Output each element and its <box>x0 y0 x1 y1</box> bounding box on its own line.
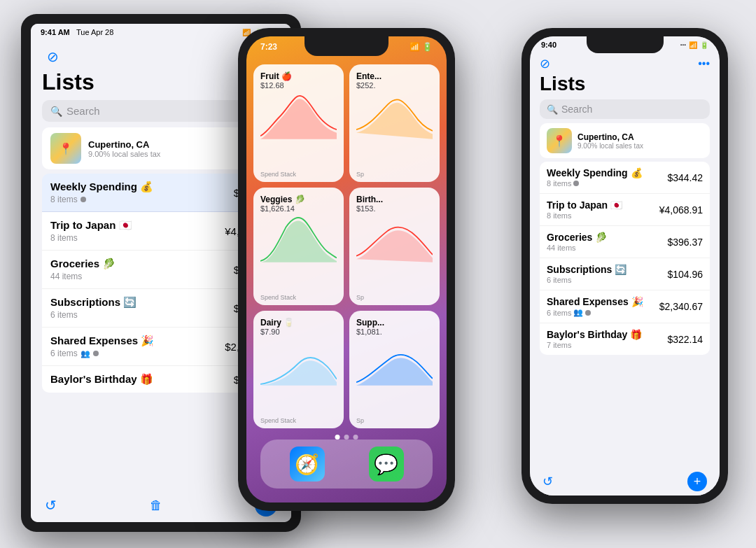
widget-dairy-title: Dairy 🥛 <box>260 318 337 328</box>
iphone-right-location-tax: 9.00% local sales tax <box>578 142 643 150</box>
page-dot-2 <box>344 435 349 440</box>
iphone-right-japan-amount: ¥4,068.91 <box>659 204 703 216</box>
ipad-location-map <box>50 133 81 164</box>
iphone-widget-grid: Fruit 🍎 $12.68 Spend Stack Ente... $252. <box>253 64 440 428</box>
widget-fruit-brand: Spend Stack <box>260 171 296 178</box>
iphone-center-device: 7:23 📶 🔋 Fruit 🍎 $12.68 Spend Stack <box>238 28 455 511</box>
iphone-right-location-name: Cupertino, CA <box>578 132 643 142</box>
iphone-right-shared-people: 👥 <box>573 308 583 317</box>
ipad-search-icon: 🔍 <box>50 106 62 117</box>
iphone-right-edit-icon[interactable]: ⊘ <box>540 56 550 71</box>
ipad-item-groceries-sub: 44 items <box>50 272 115 281</box>
iphone-right-list: Weekly Spending 💰 8 items $344.42 Trip t… <box>530 162 720 355</box>
iphone-right-more-icon[interactable]: ••• <box>698 57 710 70</box>
iphone-right-groceries-sub: 44 items <box>547 244 607 252</box>
iphone-right-bottom-bar: ↺ + <box>530 468 720 496</box>
iphone-right-japan-sub: 8 items <box>547 211 622 220</box>
ipad-item-shared-dot <box>93 351 99 356</box>
ipad-item-shared-name: Shared Expenses 🎉 <box>50 335 154 347</box>
ipad-item-sub-sub: 6 items <box>50 310 136 320</box>
widget-dairy-chart <box>260 339 337 388</box>
ipad-trash-icon[interactable]: 🗑 <box>150 498 162 513</box>
iphone-right-shared-sub: 6 items 👥 <box>547 308 643 317</box>
widget-fruit: Fruit 🍎 $12.68 Spend Stack <box>253 64 344 182</box>
ipad-location-tax: 9.00% local sales tax <box>88 150 160 158</box>
widget-veggies-chart <box>260 216 337 265</box>
ipad-item-shared-people: 👥 <box>80 349 90 358</box>
iphone-right-item-subscriptions[interactable]: Subscriptions 🔄 6 items $104.96 <box>540 258 710 290</box>
widget-veggies-amount: $1,626.14 <box>260 204 337 213</box>
iphone-right-shared-amount: $2,340.67 <box>659 301 703 312</box>
widget-birth-chart <box>356 216 433 265</box>
iphone-right-sync-icon[interactable]: ↺ <box>542 474 553 489</box>
ipad-item-shared-sub: 6 items 👥 <box>50 349 154 358</box>
dock-safari-icon[interactable]: 🧭 <box>290 447 325 482</box>
iphone-right-groceries-name: Groceries 🥬 <box>547 232 607 243</box>
widget-fruit-chart <box>260 92 337 141</box>
iphone-right-weekly-name: Weekly Spending 💰 <box>547 167 643 178</box>
ipad-location-name: Cupertino, CA <box>88 139 160 150</box>
iphone-right-location-row[interactable]: Cupertino, CA 9.00% local sales tax <box>540 123 710 158</box>
iphone-right-baylor-amount: $322.14 <box>667 334 703 345</box>
widget-dairy: Dairy 🥛 $7.90 Spend Stack <box>253 311 344 428</box>
iphone-center-signal: 📶 🔋 <box>410 42 433 52</box>
widget-fruit-title: Fruit 🍎 <box>260 71 337 81</box>
widget-birth-brand: Sp <box>356 294 364 301</box>
iphone-right-header: ⊘ ••• Lists 🔍 Search <box>530 53 720 119</box>
iphone-right-add-button[interactable]: + <box>687 472 707 491</box>
widget-dairy-amount: $7.90 <box>260 328 337 336</box>
iphone-center-notch <box>304 36 388 56</box>
ipad-item-sub-name: Subscriptions 🔄 <box>50 296 136 309</box>
widget-ent-amount: $252. <box>356 81 433 90</box>
widget-birth-title: Birth... <box>356 195 433 204</box>
ipad-edit-icon: ⊘ <box>47 48 59 65</box>
widget-supp-amount: $1,081. <box>356 328 433 336</box>
iphone-right-item-shared[interactable]: Shared Expenses 🎉 6 items 👥 $2,340.67 <box>540 290 710 323</box>
iphone-right-baylor-name: Baylor's Birthday 🎁 <box>547 329 642 340</box>
iphone-right-sub-sub: 6 items <box>547 276 626 284</box>
iphone-right-weekly-dot <box>573 181 579 186</box>
iphone-right-item-baylor[interactable]: Baylor's Birthday 🎁 7 items $322.14 <box>540 323 710 355</box>
dock-messages-icon[interactable]: 💬 <box>369 447 404 482</box>
iphone-right-app-title: Lists <box>540 73 710 95</box>
page-dot-1 <box>335 435 340 440</box>
iphone-right-japan-name: Trip to Japan 🇯🇵 <box>547 199 622 211</box>
widget-dairy-brand: Spend Stack <box>260 417 296 424</box>
widget-birth: Birth... $153. Sp <box>349 188 440 305</box>
iphone-right-sub-name: Subscriptions 🔄 <box>547 264 626 275</box>
iphone-right-weekly-sub: 8 items <box>547 179 643 188</box>
widget-supp-brand: Sp <box>356 417 364 424</box>
iphone-right-notch <box>587 36 664 53</box>
iphone-right-search-placeholder: Search <box>561 104 592 115</box>
ipad-edit-button[interactable]: ⊘ <box>42 46 63 67</box>
ipad-sync-icon[interactable]: ↺ <box>45 497 57 514</box>
ipad-item-baylor-name: Baylor's Birthday 🎁 <box>50 373 153 386</box>
widget-birth-amount: $153. <box>356 204 433 213</box>
ipad-search-placeholder: Search <box>66 105 100 117</box>
iphone-center-time: 7:23 <box>260 42 277 52</box>
widget-veggies-title: Veggies 🥬 <box>260 195 337 204</box>
widget-fruit-amount: $12.68 <box>260 81 337 90</box>
widget-veggies-brand: Spend Stack <box>260 294 296 301</box>
iphone-right-baylor-sub: 7 items <box>547 341 642 349</box>
messages-icon: 💬 <box>374 453 398 476</box>
iphone-right-item-japan[interactable]: Trip to Japan 🇯🇵 8 items ¥4,068.91 <box>540 194 710 226</box>
iphone-right-screen: 9:40 ··· 📶 🔋 ⊘ ••• Lists 🔍 Search <box>530 36 720 496</box>
iphone-dock: 🧭 💬 <box>260 440 433 489</box>
iphone-right-item-groceries[interactable]: Groceries 🥬 44 items $396.37 <box>540 226 710 258</box>
widget-supp-title: Supp... <box>356 318 433 328</box>
iphone-right-device: 9:40 ··· 📶 🔋 ⊘ ••• Lists 🔍 Search <box>522 28 728 504</box>
ipad-item-groceries-name: Groceries 🥬 <box>50 258 115 270</box>
ipad-item-japan-name: Trip to Japan 🇯🇵 <box>50 219 132 232</box>
iphone-right-search-bar[interactable]: 🔍 Search <box>540 99 710 119</box>
ipad-time: 9:41 AM Tue Apr 28 <box>41 28 113 36</box>
iphone-right-shared-dot <box>585 310 591 316</box>
widget-ent-chart <box>356 92 433 141</box>
iphone-right-item-weekly[interactable]: Weekly Spending 💰 8 items $344.42 <box>540 162 710 194</box>
widget-veggies: Veggies 🥬 $1,626.14 Spend Stack <box>253 188 344 305</box>
iphone-right-sub-amount: $104.96 <box>667 269 703 280</box>
widget-ent-title: Ente... <box>356 71 433 81</box>
iphone-right-shared-name: Shared Expenses 🎉 <box>547 296 643 307</box>
widget-supp-chart <box>356 339 433 388</box>
iphone-right-battery: 🔋 <box>700 41 708 49</box>
